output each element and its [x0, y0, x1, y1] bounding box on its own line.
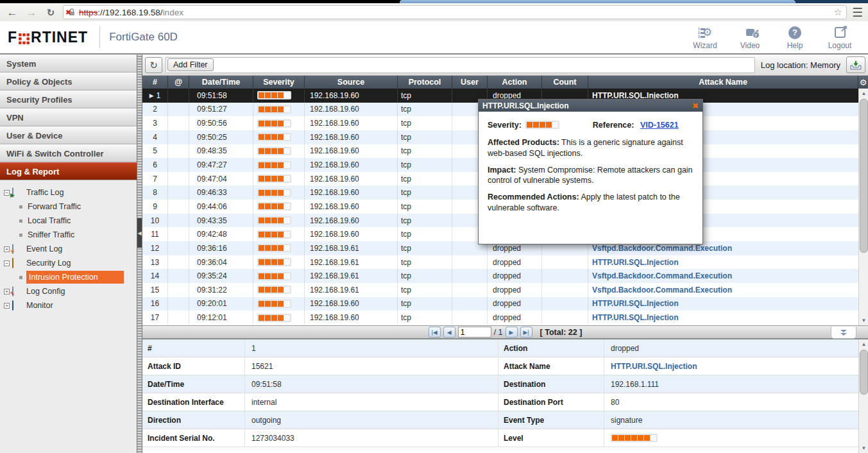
prev-page-button[interactable]: ◀ [443, 327, 455, 338]
cell-source: 192.168.19.60 [305, 172, 398, 186]
column-header-protocol[interactable]: Protocol [398, 76, 452, 89]
tree-item-monitor[interactable]: +Monitor [4, 298, 137, 312]
cell-source: 192.168.19.60 [305, 227, 398, 241]
table-row[interactable]: 1309:36:04192.168.19.61tcpdroppedHTTP.UR… [142, 255, 868, 269]
tree-item-log-config[interactable]: +✎Log Config [4, 284, 137, 298]
sidebar-item-wifi-switch-controller[interactable]: WiFi & Switch Controller [0, 144, 137, 162]
attack-name-link[interactable]: Vsftpd.Backdoor.Command.Execution [592, 244, 732, 253]
detail-label: Incident Serial No. [142, 429, 245, 447]
sidebar-item-system[interactable]: System [0, 55, 137, 73]
collapse-icon[interactable]: − [4, 190, 10, 196]
last-page-button[interactable]: ▶| [520, 327, 532, 338]
popup-reference-link[interactable]: VID-15621 [640, 121, 679, 130]
detail-pane-collapse-button[interactable] [831, 327, 856, 339]
expand-icon[interactable]: + [4, 246, 10, 252]
detail-scroll-up-icon[interactable]: ▲ [859, 339, 868, 349]
cell-protocol: tcp [398, 185, 452, 200]
cell-datetime: 09:47:27 [189, 158, 253, 172]
column-header-severity[interactable]: Severity [253, 76, 305, 89]
header-action-video[interactable]: ?Video [736, 25, 764, 50]
column-header-user[interactable]: User [452, 76, 488, 89]
column-header-#[interactable]: # [142, 76, 168, 89]
logout-icon: ↗ [835, 25, 846, 40]
expand-icon[interactable]: + [4, 303, 10, 309]
browser-menu-icon[interactable]: ☰ [852, 6, 863, 19]
sidebar-item-vpn[interactable]: VPN [0, 108, 137, 126]
sidebar-item-log-report[interactable]: Log & Report [0, 162, 137, 180]
tree-item-label: Log Config [25, 286, 69, 297]
reload-button[interactable]: ↻ [44, 8, 58, 17]
detail-scrollbar[interactable]: ▲ ▼ [858, 339, 868, 453]
column-header-source[interactable]: Source [305, 76, 398, 89]
table-row[interactable]: 1709:12:01192.168.19.60tcpdroppedHTTP.UR… [142, 311, 868, 325]
tree-item-forward-traffic[interactable]: Forward Traffic [4, 200, 137, 214]
next-page-button[interactable]: ▶ [506, 327, 518, 338]
column-settings-button[interactable]: ⚙ [858, 76, 868, 89]
attack-name-link[interactable]: HTTP.URI.SQL.Injection [592, 313, 678, 322]
download-log-button[interactable] [846, 56, 865, 73]
detail-scroll-down-icon[interactable]: ▼ [859, 443, 868, 453]
scroll-up-icon[interactable]: ▲ [859, 89, 868, 98]
popup-close-icon[interactable]: ✖ [692, 101, 699, 110]
column-header-count[interactable]: Count [542, 76, 588, 89]
sidebar-item-security-profiles[interactable]: Security Profiles [0, 90, 137, 108]
attack-name-link[interactable]: HTTP.URI.SQL.Injection [592, 258, 678, 267]
header-action-wizard[interactable]: 123⚙Wizard [691, 25, 719, 50]
table-scroll-thumb[interactable] [860, 99, 868, 253]
sidebar-item-policy-objects[interactable]: Policy & Objects [0, 73, 137, 90]
tree-item-security-log[interactable]: −Security Log [4, 256, 137, 270]
tree-item-local-traffic[interactable]: Local Traffic [4, 214, 137, 228]
column-header-attack-name[interactable]: Attack Name [588, 76, 858, 89]
column-header-@[interactable]: @ [168, 76, 189, 89]
table-row[interactable]: 1409:35:24192.168.19.61tcpdroppedVsftpd.… [142, 269, 868, 283]
popup-title-bar[interactable]: HTTP.URI.SQL.Injection ✖ [479, 99, 702, 112]
sidebar-item-user-device[interactable]: User & Device [0, 126, 137, 144]
download-icon [850, 60, 862, 70]
collapse-icon[interactable]: − [4, 261, 10, 266]
attack-name-link[interactable]: HTTP.URI.SQL.Injection [592, 299, 678, 308]
add-filter-button[interactable]: Add Filter [167, 58, 214, 71]
tree-item-traffic-log[interactable]: −▶Traffic Log [4, 185, 137, 200]
tree-item-label: Intrusion Protection [26, 271, 124, 284]
broken-lock-icon[interactable]: ✖ [67, 8, 76, 17]
cell-at [168, 297, 189, 311]
detail-attack-name-link[interactable]: HTTP.URI.SQL.Injection [611, 362, 697, 371]
table-scrollbar[interactable]: ▲ ▼ [858, 89, 868, 325]
page-number-input[interactable] [458, 327, 491, 338]
tree-item-sniffer-traffic[interactable]: Sniffer Traffic [4, 228, 137, 242]
cell-severity [253, 103, 305, 117]
refresh-button[interactable]: ↻ [145, 57, 162, 73]
tree-item-intrusion-protection[interactable]: Intrusion Protection [4, 270, 137, 284]
log-toolbar: ↻ Add Filter Log location: Memory [142, 55, 868, 76]
table-row[interactable]: 1509:31:22192.168.19.61tcpdroppedVsftpd.… [142, 283, 868, 297]
table-row[interactable]: 1609:20:01192.168.19.60tcpdroppedHTTP.UR… [142, 297, 868, 311]
scroll-down-icon[interactable]: ▼ [859, 316, 868, 325]
column-header-date-time[interactable]: Date/Time [189, 76, 253, 89]
cell-user [452, 283, 488, 297]
attack-name-link[interactable]: Vsftpd.Backdoor.Command.Execution [592, 286, 732, 295]
back-button[interactable]: ← [5, 7, 19, 18]
tree-item-event-log[interactable]: +✳Event Log [4, 242, 137, 256]
first-page-button[interactable]: |◀ [429, 327, 441, 338]
expand-icon[interactable]: + [4, 289, 10, 295]
column-header-action[interactable]: Action [488, 76, 542, 89]
cell-at [168, 144, 189, 158]
cell-severity [253, 116, 305, 130]
header-action-logout[interactable]: ↗Logout [826, 25, 854, 50]
detail-scroll-thumb[interactable] [860, 350, 868, 395]
filter-bar[interactable]: Add Filter [166, 57, 755, 73]
forward-button[interactable]: → [24, 7, 38, 18]
severity-bar [525, 121, 559, 129]
sidebar-splitter[interactable]: ◀ [137, 55, 142, 453]
header-action-help[interactable]: ?Help [781, 25, 809, 50]
severity-bar [257, 161, 291, 169]
tree-item-label: Local Traffic [26, 215, 74, 226]
severity-bar [257, 91, 291, 99]
attack-name-link[interactable]: Vsftpd.Backdoor.Command.Execution [592, 271, 732, 280]
cell-num: 3 [142, 116, 168, 130]
sidebar-collapse-arrow-icon[interactable]: ◀ [137, 218, 142, 248]
cell-count [542, 297, 588, 311]
bookmark-star-icon[interactable]: ☆ [834, 6, 842, 18]
url-bar[interactable]: ✖ https://192.168.19.58/index ☆ [63, 5, 847, 19]
cell-count [542, 283, 588, 297]
